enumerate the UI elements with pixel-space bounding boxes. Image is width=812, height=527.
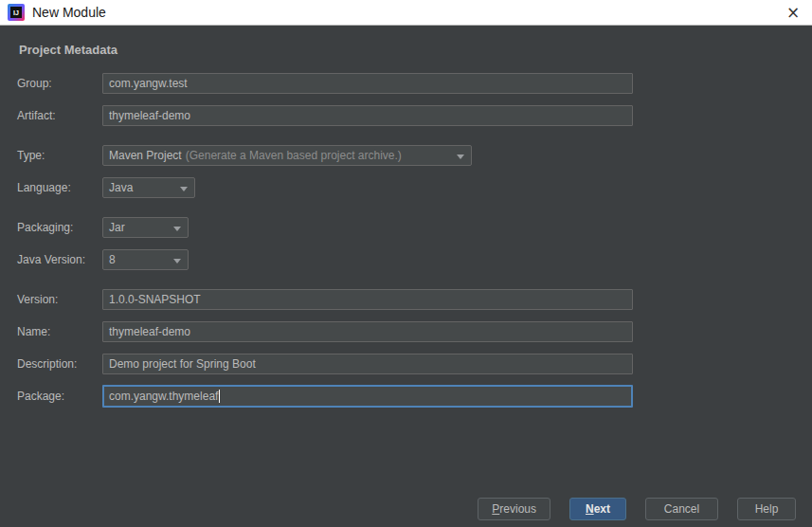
form-row-artifact: Artifact: thymeleaf-demo xyxy=(0,105,812,126)
java-version-value: 8 xyxy=(109,253,116,266)
help-button[interactable]: Help xyxy=(737,498,796,520)
description-input[interactable]: Demo project for Spring Boot xyxy=(102,354,633,374)
chevron-down-icon xyxy=(180,187,188,191)
version-input[interactable]: 1.0.0-SNAPSHOT xyxy=(102,289,633,310)
version-value: 1.0.0-SNAPSHOT xyxy=(109,293,201,306)
artifact-value: thymeleaf-demo xyxy=(109,109,190,122)
text-caret xyxy=(219,390,220,403)
chevron-down-icon xyxy=(457,154,464,159)
java-version-label: Java Version: xyxy=(17,249,85,270)
description-label: Description: xyxy=(17,354,77,374)
next-button[interactable]: Next xyxy=(569,498,626,520)
chevron-down-icon xyxy=(173,259,181,264)
type-select[interactable]: Maven Project (Generate a Maven based pr… xyxy=(102,145,472,166)
group-label: Group: xyxy=(17,73,52,94)
packaging-label: Packaging: xyxy=(17,217,73,238)
form-row-package: Package: com.yangw.thymeleaf xyxy=(0,385,812,406)
intellij-idea-icon-glyph: IJ xyxy=(10,7,22,18)
package-input[interactable]: com.yangw.thymeleaf xyxy=(102,385,633,408)
description-value: Demo project for Spring Boot xyxy=(109,357,256,371)
form-row-description: Description: Demo project for Spring Boo… xyxy=(0,354,812,374)
chevron-down-icon xyxy=(173,227,181,231)
language-select[interactable]: Java xyxy=(102,177,195,198)
type-hint: (Generate a Maven based project archive.… xyxy=(186,149,402,162)
intellij-idea-icon: IJ xyxy=(8,4,25,21)
dialog-button-bar: Previous Next Cancel Help xyxy=(478,498,796,520)
language-label: Language: xyxy=(17,177,71,198)
version-label: Version: xyxy=(17,289,58,310)
group-value: com.yangw.test xyxy=(109,77,188,90)
cancel-button[interactable]: Cancel xyxy=(645,498,718,520)
java-version-select[interactable]: 8 xyxy=(102,249,189,270)
type-value: Maven Project xyxy=(109,149,182,162)
form-row-packaging: Packaging: Jar xyxy=(0,217,812,238)
name-value: thymeleaf-demo xyxy=(109,325,190,338)
language-value: Java xyxy=(109,181,133,194)
artifact-label: Artifact: xyxy=(17,105,56,126)
new-module-dialog: Project Metadata Group: com.yangw.test A… xyxy=(0,27,812,527)
artifact-input[interactable]: thymeleaf-demo xyxy=(102,105,633,126)
form-row-language: Language: Java xyxy=(0,177,812,198)
group-input[interactable]: com.yangw.test xyxy=(102,73,633,94)
form-row-group: Group: com.yangw.test xyxy=(0,73,812,94)
package-label: Package: xyxy=(17,385,64,406)
form-row-java-version: Java Version: 8 xyxy=(0,249,812,270)
close-icon[interactable]: × xyxy=(782,2,804,23)
package-value: com.yangw.thymeleaf xyxy=(109,390,218,403)
form-row-version: Version: 1.0.0-SNAPSHOT xyxy=(0,289,812,310)
section-title: Project Metadata xyxy=(19,43,117,57)
window-title: New Module xyxy=(32,5,106,20)
packaging-value: Jar xyxy=(109,221,125,234)
window-titlebar: IJ New Module × xyxy=(0,0,812,26)
name-input[interactable]: thymeleaf-demo xyxy=(102,321,633,342)
packaging-select[interactable]: Jar xyxy=(102,217,189,238)
name-label: Name: xyxy=(17,321,50,342)
form-row-name: Name: thymeleaf-demo xyxy=(0,321,812,342)
type-label: Type: xyxy=(17,145,45,166)
previous-button[interactable]: Previous xyxy=(478,498,550,520)
form-row-type: Type: Maven Project (Generate a Maven ba… xyxy=(0,145,812,166)
